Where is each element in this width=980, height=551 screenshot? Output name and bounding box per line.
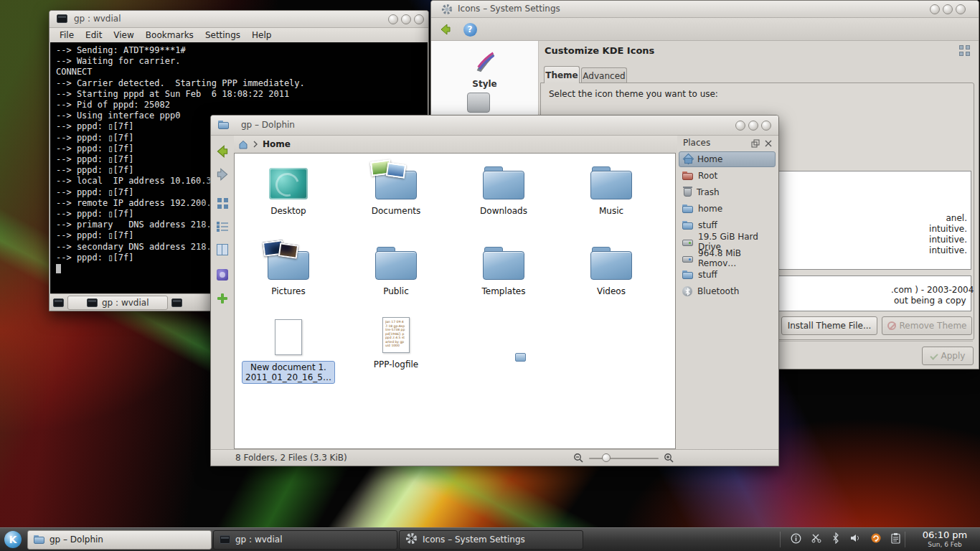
minimize-button[interactable] bbox=[388, 14, 398, 24]
close-panel-icon[interactable] bbox=[764, 139, 773, 150]
close-button[interactable] bbox=[414, 14, 424, 24]
notifications-info-icon[interactable] bbox=[791, 533, 801, 547]
tab-advanced[interactable]: Advanced bbox=[581, 67, 627, 83]
breadcrumb: Home bbox=[234, 136, 677, 153]
folder-item-pictures[interactable]: Pictures bbox=[235, 240, 342, 296]
folder-item-public[interactable]: Public bbox=[342, 240, 450, 296]
photo-thumb-icon bbox=[386, 162, 406, 178]
minimize-button[interactable] bbox=[735, 121, 745, 131]
folder-label: Desktop bbox=[235, 206, 342, 216]
file-item-ppp-logfile[interactable]: Jan 17 09:4 7:18 gp-Asp lire-5738 pp pd[… bbox=[342, 313, 450, 369]
preview-button[interactable] bbox=[214, 266, 231, 283]
split-view-button[interactable] bbox=[214, 290, 231, 307]
maximize-button[interactable] bbox=[401, 14, 411, 24]
dolphin-statusbar: 8 Folders, 2 Files (3.3 KiB) bbox=[211, 449, 778, 466]
minimize-button[interactable] bbox=[930, 4, 940, 14]
menu-view[interactable]: View bbox=[108, 29, 139, 42]
folder-item-videos[interactable]: Videos bbox=[557, 240, 665, 296]
folder-item-documents[interactable]: Documents bbox=[342, 159, 450, 216]
gear-icon bbox=[405, 532, 418, 547]
place-stuff-2[interactable]: stuff bbox=[679, 267, 776, 283]
menu-help[interactable]: Help bbox=[246, 29, 277, 42]
file-item-new-document[interactable]: New document 1. 2011_01_20_16_5… bbox=[235, 315, 342, 384]
place-stuff[interactable]: stuff bbox=[679, 217, 776, 233]
folder-item-templates[interactable]: Templates bbox=[450, 240, 557, 296]
new-tab-icon[interactable] bbox=[53, 298, 64, 307]
terminal-tab-label: gp : wvdial bbox=[102, 298, 149, 308]
place-hard-drive[interactable]: 19.5 GiB Hard Drive bbox=[679, 234, 776, 250]
tab-theme[interactable]: Theme bbox=[544, 66, 580, 83]
split-tab-icon[interactable] bbox=[171, 298, 182, 307]
terminal-cursor bbox=[56, 264, 61, 273]
menu-settings[interactable]: Settings bbox=[199, 29, 246, 42]
document-page-icon bbox=[275, 319, 302, 355]
folder-label: Downloads bbox=[450, 206, 557, 216]
zoom-slider-track[interactable] bbox=[589, 458, 659, 459]
details-view-button[interactable] bbox=[214, 217, 231, 235]
breadcrumb-home[interactable]: Home bbox=[263, 139, 291, 149]
folder-label: Music bbox=[557, 206, 665, 216]
dolphin-icon bbox=[34, 535, 44, 544]
clock-date: Sun, 6 Feb bbox=[917, 541, 973, 548]
volume-icon[interactable] bbox=[849, 532, 861, 547]
icons-view-button[interactable] bbox=[214, 194, 231, 212]
maximize-button[interactable] bbox=[748, 121, 758, 131]
sidebar-item-next-icon[interactable] bbox=[467, 93, 490, 113]
columns-view-button[interactable] bbox=[214, 240, 231, 258]
folder-item-downloads[interactable]: Downloads bbox=[450, 159, 557, 216]
dolphin-titlebar[interactable]: gp – Dolphin bbox=[211, 116, 778, 136]
bluetooth-tray-icon[interactable] bbox=[831, 532, 840, 547]
folder-item-desktop[interactable]: Desktop bbox=[235, 159, 342, 216]
kde-logo-icon: K bbox=[4, 531, 22, 548]
konsole-titlebar[interactable]: gp : wvdial bbox=[50, 11, 428, 28]
menu-bookmarks[interactable]: Bookmarks bbox=[140, 29, 199, 42]
apply-button[interactable]: Apply bbox=[922, 347, 974, 365]
zoom-slider-handle[interactable] bbox=[602, 453, 611, 462]
konsole-tab[interactable]: gp : wvdial bbox=[67, 296, 168, 310]
desktop-folder-icon bbox=[269, 168, 308, 199]
help-icon: ? bbox=[463, 23, 477, 37]
klipper-scissors-icon[interactable] bbox=[811, 532, 822, 547]
place-trash[interactable]: Trash bbox=[679, 184, 776, 200]
apply-check-icon bbox=[930, 352, 938, 359]
place-root[interactable]: Root bbox=[679, 168, 776, 184]
install-theme-button[interactable]: Install Theme File... bbox=[781, 316, 877, 335]
overview-dots-icon[interactable] bbox=[959, 45, 971, 57]
desktop: gp : wvdial File Edit View Bookmarks Set… bbox=[0, 0, 980, 551]
clock[interactable]: 06:10 pm Sun, 6 Feb bbox=[917, 530, 973, 548]
place-home[interactable]: Home bbox=[679, 151, 776, 167]
place-home-dir[interactable]: home bbox=[679, 201, 776, 217]
back-button[interactable] bbox=[214, 143, 231, 160]
app-launcher-button[interactable]: K bbox=[0, 528, 26, 551]
zoom-in-icon[interactable] bbox=[664, 453, 674, 466]
settings-titlebar[interactable]: Icons – System Settings bbox=[431, 1, 979, 18]
taskbar-task-system-settings[interactable]: Icons – System Settings bbox=[399, 530, 583, 550]
float-panel-icon[interactable] bbox=[751, 139, 760, 150]
home-icon[interactable] bbox=[238, 140, 248, 149]
folder-item-music[interactable]: Music bbox=[557, 159, 665, 216]
taskbar-task-konsole[interactable]: gp : wvdial bbox=[213, 530, 397, 550]
menu-edit[interactable]: Edit bbox=[80, 29, 108, 42]
terminal-line: --> Waiting for carrier. bbox=[56, 56, 428, 67]
maximize-button[interactable] bbox=[943, 4, 953, 14]
place-removable-drive[interactable]: 964.8 MiB Remov… bbox=[679, 250, 776, 266]
close-button[interactable] bbox=[956, 4, 966, 14]
folder-view[interactable]: Desktop Documents Downloads Music bbox=[234, 153, 676, 449]
close-button[interactable] bbox=[761, 121, 771, 131]
back-arrow-icon bbox=[438, 22, 453, 37]
folder-label: Documents bbox=[342, 206, 450, 216]
back-button[interactable] bbox=[435, 20, 456, 39]
device-notifier-icon[interactable] bbox=[891, 532, 900, 547]
remove-theme-button[interactable]: Remove Theme bbox=[882, 316, 972, 335]
sidebar-item-style[interactable]: Style bbox=[438, 47, 531, 92]
forward-button[interactable] bbox=[214, 166, 231, 183]
dolphin-window-title: gp – Dolphin bbox=[241, 120, 295, 130]
zoom-out-icon[interactable] bbox=[573, 453, 584, 466]
theme-description-fragment: out being a copy bbox=[894, 296, 966, 306]
taskbar-task-dolphin[interactable]: gp – Dolphin bbox=[27, 530, 212, 550]
update-notifier-icon[interactable] bbox=[870, 532, 882, 547]
terminal-line: CONNECT bbox=[56, 67, 428, 77]
help-button[interactable]: ? bbox=[460, 20, 480, 39]
place-bluetooth[interactable]: Bluetooth bbox=[679, 283, 776, 299]
menu-file[interactable]: File bbox=[54, 29, 80, 42]
